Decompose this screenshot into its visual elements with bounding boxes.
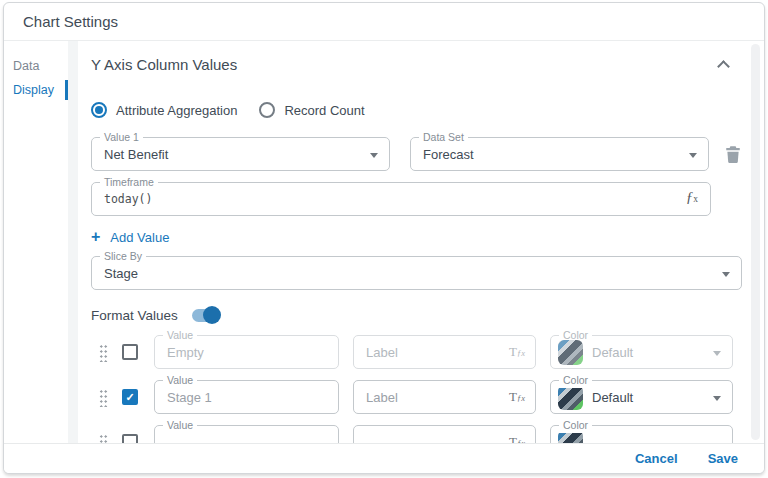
format-values-toggle[interactable] xyxy=(192,309,219,322)
format-value-row: Value Tƒx Color xyxy=(91,425,742,443)
row-color-value: Default xyxy=(592,390,633,405)
plus-icon: + xyxy=(91,230,100,244)
radio-selected-icon xyxy=(91,102,107,118)
row-label-placeholder: Label xyxy=(366,390,398,405)
drag-handle-icon[interactable] xyxy=(99,388,108,407)
row-value-field[interactable]: Value xyxy=(154,425,339,443)
dropdown-arrow-icon xyxy=(713,351,721,356)
row-color-dropdown[interactable]: Color Default xyxy=(550,335,733,369)
dropdown-arrow-icon xyxy=(689,153,697,158)
toggle-knob xyxy=(203,306,221,324)
format-values-label: Format Values xyxy=(91,308,178,323)
sidebar-item-data-label: Data xyxy=(13,59,39,73)
radio-record-count-label: Record Count xyxy=(284,103,364,118)
dataset-field-label: Data Set xyxy=(419,130,468,145)
color-swatch-icon xyxy=(558,340,583,365)
add-value-button[interactable]: + Add Value xyxy=(91,229,742,245)
vertical-scrollbar[interactable] xyxy=(751,44,760,440)
drag-handle-icon[interactable] xyxy=(99,433,108,444)
sidebar-item-data[interactable]: Data xyxy=(4,56,68,76)
timeframe-field[interactable]: Timeframe today() ƒx xyxy=(91,182,711,216)
text-formula-icon[interactable]: Tƒx xyxy=(509,389,525,405)
row-value-text: Stage 1 xyxy=(167,390,212,405)
text-formula-icon[interactable]: Tƒx xyxy=(509,434,525,443)
value1-field-label: Value 1 xyxy=(100,130,143,145)
format-value-row: ✓ Value Stage 1 Label Tƒx Color Default xyxy=(91,380,742,414)
slice-by-field-label: Slice By xyxy=(100,249,146,264)
dataset-selected-value: Forecast xyxy=(423,147,474,162)
chevron-up-icon[interactable] xyxy=(717,60,730,73)
dataset-dropdown[interactable]: Data Set Forecast xyxy=(410,137,709,171)
timeframe-field-label: Timeframe xyxy=(100,175,158,190)
section-header: Y Axis Column Values xyxy=(91,56,742,73)
check-icon: ✓ xyxy=(125,392,134,403)
radio-attribute-aggregation-label: Attribute Aggregation xyxy=(116,103,237,118)
format-value-row: Value Empty Label Tƒx Color Default xyxy=(91,335,742,369)
sidebar-item-display[interactable]: Display xyxy=(4,80,68,100)
dropdown-arrow-icon xyxy=(370,153,378,158)
fx-formula-icon[interactable]: ƒx xyxy=(686,189,698,206)
add-value-label: Add Value xyxy=(110,230,169,245)
value1-dropdown[interactable]: Value 1 Net Benefit xyxy=(91,137,390,171)
row-color-dropdown[interactable]: Color Default xyxy=(550,380,733,414)
sidebar-item-display-label: Display xyxy=(13,83,54,97)
timeframe-expression: today() xyxy=(104,192,152,206)
dropdown-arrow-icon xyxy=(722,272,730,277)
row-label-field[interactable]: Label Tƒx xyxy=(353,335,536,369)
sidebar-divider xyxy=(68,41,78,443)
color-swatch-icon xyxy=(558,385,583,410)
row-checkbox-checked[interactable]: ✓ xyxy=(122,389,138,405)
row-checkbox-unchecked[interactable] xyxy=(122,434,138,443)
dialog-header: Chart Settings xyxy=(4,3,764,41)
save-button[interactable]: Save xyxy=(708,451,738,466)
display-settings-panel: Y Axis Column Values Attribute Aggregati… xyxy=(78,41,764,443)
cancel-button[interactable]: Cancel xyxy=(635,451,678,466)
row-label-field[interactable]: Label Tƒx xyxy=(353,380,536,414)
row-value-text: Empty xyxy=(167,345,204,360)
dialog-title: Chart Settings xyxy=(23,13,118,30)
row-color-label: Color xyxy=(559,373,592,388)
row-checkbox-unchecked[interactable] xyxy=(122,344,138,360)
trash-icon[interactable] xyxy=(724,144,742,164)
text-formula-icon[interactable]: Tƒx xyxy=(509,344,525,360)
row-label-placeholder: Label xyxy=(366,345,398,360)
row-value-field[interactable]: Value Stage 1 xyxy=(154,380,339,414)
row-value-label: Value xyxy=(163,328,197,343)
row-color-value: Default xyxy=(592,345,633,360)
radio-attribute-aggregation[interactable]: Attribute Aggregation xyxy=(91,102,237,118)
row-color-label: Color xyxy=(559,418,592,433)
dropdown-arrow-icon xyxy=(713,396,721,401)
row-value-label: Value xyxy=(163,418,197,433)
row-value-label: Value xyxy=(163,373,197,388)
section-title: Y Axis Column Values xyxy=(91,56,237,73)
slice-by-dropdown[interactable]: Slice By Stage xyxy=(91,256,742,290)
chart-settings-dialog: Chart Settings Data Display Y Axis Colum… xyxy=(3,2,765,474)
radio-record-count[interactable]: Record Count xyxy=(259,102,364,118)
radio-unselected-icon xyxy=(259,102,275,118)
row-label-field[interactable]: Tƒx xyxy=(353,425,536,443)
row-value-field[interactable]: Value Empty xyxy=(154,335,339,369)
settings-sidebar: Data Display xyxy=(4,41,68,443)
row-color-dropdown[interactable]: Color xyxy=(550,425,733,443)
dialog-footer: Cancel Save xyxy=(4,443,764,473)
value1-selected-value: Net Benefit xyxy=(104,147,168,162)
drag-handle-icon[interactable] xyxy=(99,343,108,362)
slice-by-selected-value: Stage xyxy=(104,266,138,281)
aggregation-mode-group: Attribute Aggregation Record Count xyxy=(91,102,742,118)
